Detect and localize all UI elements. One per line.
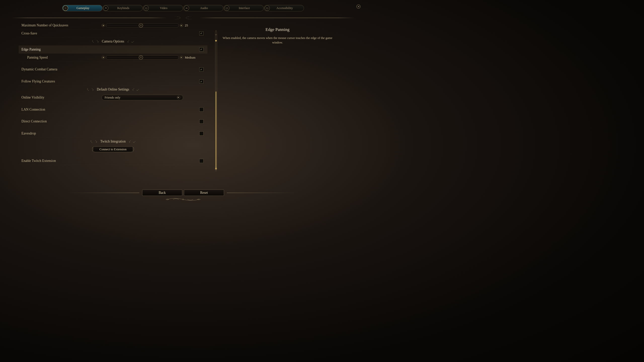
svg-point-3 xyxy=(105,7,106,8)
ornament-icon xyxy=(128,40,134,42)
checkbox-dynamic-combat[interactable]: ✓ xyxy=(199,67,204,71)
video-icon xyxy=(144,6,149,11)
setting-label: Cross-Save xyxy=(21,31,101,35)
tab-audio[interactable]: Audio xyxy=(183,5,223,11)
button-label: Connect to Extension xyxy=(99,147,127,151)
svg-point-0 xyxy=(64,7,67,9)
checkbox-eavesdrop[interactable] xyxy=(199,131,204,135)
section-title: Camera Options xyxy=(102,39,124,43)
tab-video[interactable]: Video xyxy=(143,5,183,11)
section-online-settings: Default Online Settings xyxy=(19,85,208,94)
interface-icon xyxy=(224,6,229,11)
setting-eavesdrop[interactable]: Eavesdrop xyxy=(19,129,208,138)
chevron-right-icon: ▶ xyxy=(177,96,180,99)
top-divider xyxy=(11,16,355,20)
checkbox-cross-save[interactable]: ✓ xyxy=(199,31,204,35)
tab-accessibility[interactable]: Accessibility xyxy=(264,5,304,11)
description-panel: Edge Panning When enabled, the camera mo… xyxy=(222,27,333,45)
slider-handle[interactable]: ⁞⁞ xyxy=(139,23,143,27)
reset-button[interactable]: Reset xyxy=(184,190,224,196)
dropdown-online-visibility[interactable]: Friends only ▶ xyxy=(102,95,183,100)
settings-list: Maximum Number of Quicksaves ◀ ⁞⁞ ▶ 25 C… xyxy=(19,21,208,186)
ornament-icon xyxy=(87,89,93,90)
setting-panning-speed[interactable]: Panning Speed ◀ ⁞⁞ ▶ Medium xyxy=(19,54,208,62)
button-label: Reset xyxy=(200,191,208,195)
setting-cross-save[interactable]: Cross-Save ✓ xyxy=(19,29,208,37)
setting-label: Panning Speed xyxy=(27,56,102,59)
connect-extension-button[interactable]: Connect to Extension xyxy=(93,146,133,152)
setting-edge-panning[interactable]: Edge Panning ✓ xyxy=(19,46,208,54)
close-button[interactable]: ✕ xyxy=(356,5,360,9)
accessibility-icon xyxy=(265,6,270,11)
description-text: When enabled, the camera moves when the … xyxy=(222,35,333,45)
tab-label: Video xyxy=(149,6,183,10)
tab-gameplay[interactable]: Gameplay xyxy=(62,5,102,11)
slider-quicksaves: ◀ ⁞⁞ ▶ xyxy=(102,24,183,27)
section-camera-options: Camera Options xyxy=(19,37,208,46)
setting-label: Dynamic Combat Camera xyxy=(21,67,101,71)
settings-tab-bar: Gameplay Keybinds Video Audio Interface … xyxy=(62,5,304,11)
ornament-icon xyxy=(227,193,298,193)
checkbox-direct[interactable] xyxy=(199,119,204,123)
description-title: Edge Panning xyxy=(222,27,333,32)
ornament-icon xyxy=(133,89,139,90)
svg-rect-6 xyxy=(226,8,228,9)
setting-enable-twitch[interactable]: Enable Twitch Extension xyxy=(19,157,208,165)
slider-track[interactable]: ⁞⁞ xyxy=(106,56,179,59)
section-title: Twitch Integration xyxy=(100,140,126,143)
setting-label: Enable Twitch Extension xyxy=(21,159,101,163)
checkbox-follow-flying[interactable]: ✓ xyxy=(199,79,204,83)
tab-interface[interactable]: Interface xyxy=(224,5,264,11)
button-label: Back xyxy=(159,191,166,195)
bottom-flourish-icon xyxy=(165,197,202,202)
slider-decrement[interactable]: ◀ xyxy=(102,24,105,27)
slider-increment[interactable]: ▶ xyxy=(180,56,183,59)
setting-dynamic-combat-camera[interactable]: Dynamic Combat Camera ✓ xyxy=(19,65,208,73)
tab-label: Audio xyxy=(189,6,223,10)
tab-label: Keybinds xyxy=(108,6,142,10)
ornament-icon xyxy=(92,40,98,42)
slider-track[interactable]: ⁞⁞ xyxy=(106,24,179,27)
setting-label: Follow Flying Creatures xyxy=(21,79,101,83)
slider-handle[interactable]: ⁞⁞ xyxy=(139,55,143,60)
slider-value: Medium xyxy=(183,56,197,59)
section-title: Default Online Settings xyxy=(97,87,129,91)
scroll-thumb[interactable] xyxy=(216,92,216,169)
setting-direct-connection[interactable]: Direct Connection xyxy=(19,117,208,125)
tab-label: Interface xyxy=(229,6,263,10)
setting-label: Eavesdrop xyxy=(21,131,101,135)
audio-icon xyxy=(184,6,189,11)
ornament-icon xyxy=(91,141,97,143)
checkbox-lan[interactable] xyxy=(199,107,204,111)
svg-point-4 xyxy=(106,8,107,9)
svg-point-1 xyxy=(65,8,66,9)
scroll-track[interactable] xyxy=(213,31,219,170)
slider-value: 25 xyxy=(183,24,197,27)
setting-label: Maximum Number of Quicksaves xyxy=(21,23,101,27)
tab-label: Gameplay xyxy=(68,6,102,10)
gameplay-icon xyxy=(63,6,68,11)
setting-lan-connection[interactable]: LAN Connection xyxy=(19,106,208,114)
slider-decrement[interactable]: ◀ xyxy=(102,56,105,59)
checkbox-edge-panning[interactable]: ✓ xyxy=(199,47,204,51)
setting-max-quicksaves[interactable]: Maximum Number of Quicksaves ◀ ⁞⁞ ▶ 25 xyxy=(19,21,208,29)
tab-label: Accessibility xyxy=(270,6,304,10)
checkbox-twitch[interactable] xyxy=(199,159,204,163)
svg-rect-7 xyxy=(266,8,268,9)
setting-label: Direct Connection xyxy=(21,119,101,123)
keybinds-icon xyxy=(103,6,108,11)
svg-point-2 xyxy=(105,8,106,9)
dropdown-value: Friends only xyxy=(105,96,177,99)
setting-label: Edge Panning xyxy=(21,48,101,51)
ornament-icon xyxy=(68,193,139,193)
setting-label: Online Visibility xyxy=(21,96,101,99)
slider-panning-speed: ◀ ⁞⁞ ▶ xyxy=(102,56,183,59)
setting-online-visibility[interactable]: Online Visibility Friends only ▶ xyxy=(19,94,208,102)
bottom-bar: Back Reset xyxy=(142,190,224,196)
tab-keybinds[interactable]: Keybinds xyxy=(103,5,143,11)
back-button[interactable]: Back xyxy=(142,190,182,196)
svg-rect-5 xyxy=(145,8,147,9)
setting-follow-flying[interactable]: Follow Flying Creatures ✓ xyxy=(19,77,208,85)
slider-increment[interactable]: ▶ xyxy=(180,24,183,27)
section-twitch: Twitch Integration xyxy=(19,138,208,146)
